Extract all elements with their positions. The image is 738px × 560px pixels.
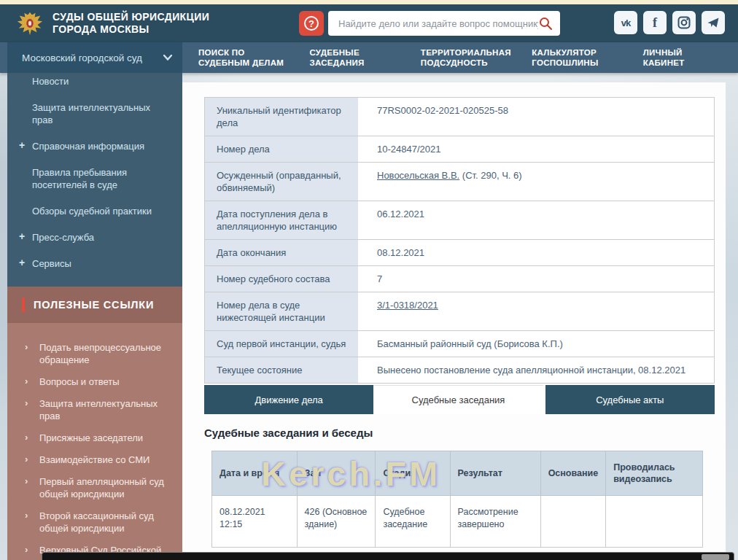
plus-icon: + <box>19 257 25 269</box>
facebook-icon[interactable]: f <box>643 11 667 34</box>
link-first-appellate-court[interactable]: › Первый апелляционный суд общей юрисдик… <box>7 470 182 505</box>
useful-links-header: ПОЛЕЗНЫЕ ССЫЛКИ <box>7 287 182 323</box>
tab-case-movement[interactable]: Движение дела <box>204 385 373 414</box>
sidebar-item-visitor-rules[interactable]: Правила пребывания посетителей в суде <box>7 159 182 198</box>
sidebar: Новости Защита интеллектуальных прав + С… <box>7 73 182 560</box>
link-media-interaction[interactable]: › Взаимодействие со СМИ <box>7 448 182 470</box>
scrollbar-thumb[interactable] <box>702 554 729 560</box>
question-icon: ? <box>304 16 319 31</box>
defendant-link[interactable]: Новосельская В.В. <box>377 170 459 181</box>
court-selector-dropdown[interactable]: Московский городской суд <box>7 42 182 73</box>
link-faq[interactable]: › Вопросы и ответы <box>7 370 182 392</box>
chevron-right-icon: › <box>25 341 28 353</box>
nav-item-fee-calculator[interactable]: КАЛЬКУЛЯТОР ГОСПОШЛИНЫ <box>516 42 626 73</box>
sessions-table: Дата и время Зал Стадия Результат Основа… <box>211 451 703 548</box>
sessions-heading: Судебные заседания и беседы <box>204 427 373 439</box>
table-row: Номер дела в суде нижестоящей инстанции … <box>205 292 714 331</box>
main-nav: Московский городской суд ПОИСК ПО СУДЕБН… <box>0 42 738 73</box>
table-row: Номер дела 10-24847/2021 <box>205 136 714 163</box>
table-row: Суд первой инстанции, судья Басманный ра… <box>205 331 714 357</box>
court-selector-label: Московский городской суд <box>22 52 142 63</box>
main-content: Уникальный идентификатор дела 77RS0002-0… <box>182 82 726 560</box>
lower-court-case-link[interactable]: 3/1-0318/2021 <box>377 300 438 311</box>
table-row: Осужденный (оправданный, обвиняемый) Нов… <box>205 163 714 201</box>
coat-of-arms-icon <box>16 9 44 37</box>
useful-links-list: › Подать внепроцессуальное обращение › В… <box>7 323 182 560</box>
help-button[interactable]: ? <box>299 11 324 36</box>
table-row: Текущее состояние Вынесено постановление… <box>205 357 714 384</box>
chevron-down-icon <box>163 55 172 61</box>
site-header: СУДЫ ОБЩЕЙ ЮРИСДИКЦИИ ГОРОДА МОСКВЫ ? vk… <box>0 4 738 42</box>
useful-links-title: ПОЛЕЗНЫЕ ССЫЛКИ <box>34 299 154 311</box>
plus-icon: + <box>19 230 25 243</box>
table-row: Уникальный идентификатор дела 77RS0002-0… <box>205 98 714 136</box>
table-row: Дата поступления дела в апелляционную ин… <box>205 201 714 240</box>
nav-item-case-search[interactable]: ПОИСК ПО СУДЕБНЫМ ДЕЛАМ <box>182 42 293 73</box>
link-second-cassation-court[interactable]: › Второй кассационный суд общей юрисдикц… <box>7 505 182 539</box>
plus-icon: + <box>19 139 25 152</box>
red-accent-bar <box>22 298 25 312</box>
sidebar-item-services[interactable]: + Сервисы <box>7 250 182 276</box>
nav-item-hearings[interactable]: СУДЕБНЫЕ ЗАСЕДАНИЯ <box>293 42 404 73</box>
chevron-right-icon: › <box>25 509 28 521</box>
sidebar-item-ip-protection[interactable]: Защита интеллектуальных прав <box>7 94 182 133</box>
telegram-icon[interactable] <box>702 11 725 34</box>
site-logo[interactable]: СУДЫ ОБЩЕЙ ЮРИСДИКЦИИ ГОРОДА МОСКВЫ <box>16 9 209 37</box>
sessions-data-row: 08.12.2021 12:15 426 (Основное здание) С… <box>212 496 703 548</box>
nav-items: ПОИСК ПО СУДЕБНЫМ ДЕЛАМ СУДЕБНЫЕ ЗАСЕДАН… <box>182 42 738 73</box>
link-extraprocedural-appeal[interactable]: › Подать внепроцессуальное обращение <box>7 336 182 370</box>
tab-court-hearings[interactable]: Судебные заседания <box>373 385 543 414</box>
chevron-right-icon: › <box>25 453 28 465</box>
chevron-right-icon: › <box>25 397 28 409</box>
table-row: Номер судебного состава 7 <box>205 266 714 292</box>
site-title: СУДЫ ОБЩЕЙ ЮРИСДИКЦИИ ГОРОДА МОСКВЫ <box>53 11 209 36</box>
chevron-right-icon: › <box>25 475 28 487</box>
search-box <box>328 11 560 36</box>
link-ip-protection[interactable]: › Защита интеллектуальных прав <box>7 392 182 427</box>
chevron-right-icon: › <box>25 543 28 556</box>
sidebar-item-news[interactable]: Новости <box>7 73 182 94</box>
search-input[interactable] <box>338 18 538 29</box>
table-row: Дата окончания 08.12.2021 <box>205 240 714 266</box>
sidebar-item-press-service[interactable]: + Пресс-служба <box>7 224 182 250</box>
chevron-right-icon: › <box>25 431 28 443</box>
search-icon[interactable] <box>538 16 553 31</box>
sidebar-menu: Новости Защита интеллектуальных прав + С… <box>7 73 182 287</box>
case-tabs: Движение дела Судебные заседания Судебны… <box>204 385 715 414</box>
vk-icon[interactable]: vk <box>614 11 637 34</box>
sidebar-item-practice-reviews[interactable]: Обзоры судебной практики <box>7 198 182 224</box>
link-jurors[interactable]: › Присяжные заседатели <box>7 427 182 448</box>
case-details-table: Уникальный идентификатор дела 77RS0002-0… <box>204 97 715 384</box>
instagram-icon[interactable] <box>672 11 696 34</box>
tab-court-acts[interactable]: Судебные акты <box>545 385 715 414</box>
social-buttons: vk f <box>614 11 725 34</box>
bottom-scrollbar[interactable] <box>42 552 734 560</box>
sessions-header-row: Дата и время Зал Стадия Результат Основа… <box>212 451 703 496</box>
chevron-right-icon: › <box>25 375 28 387</box>
nav-item-personal-account[interactable]: ЛИЧНЫЙ КАБИНЕТ <box>627 42 738 73</box>
sidebar-item-reference-info[interactable]: + Справочная информация <box>7 133 182 159</box>
nav-item-jurisdiction[interactable]: ТЕРРИТОРИАЛЬНАЯ ПОДСУДНОСТЬ <box>405 42 516 73</box>
